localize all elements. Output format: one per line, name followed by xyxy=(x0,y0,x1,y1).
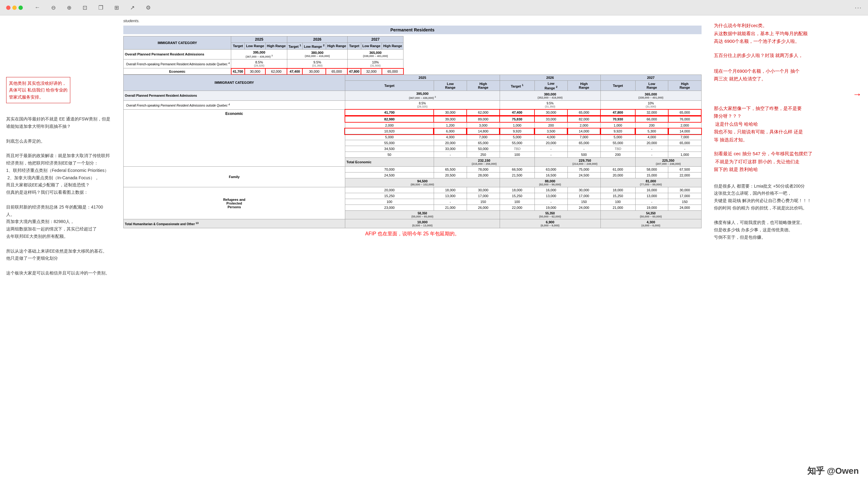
economic-label: Economic xyxy=(124,68,231,74)
bv-2026-h: 150 xyxy=(567,199,600,205)
fit-page-icon[interactable]: ⊡ xyxy=(80,3,90,12)
fp-2026-l: 3,500 xyxy=(534,128,567,134)
fr-2025: 8.5%(29,325) xyxy=(345,101,500,110)
pg-2026-h: 24,500 xyxy=(567,172,600,179)
rg-2025-t: 15,250 xyxy=(345,193,434,199)
fp-2026-t: 9,920 xyxy=(500,128,534,134)
ai-2025-l: 4,000 xyxy=(434,134,467,140)
bv-2027-h: 150 xyxy=(668,199,701,205)
fb-2026-h: 2,000 xyxy=(567,122,600,128)
fb-2025-l: 1,200 xyxy=(434,122,467,128)
te-2027: 225,350(207,000 – 246,000) xyxy=(635,158,701,167)
french-2025: 8.5%(29,325) xyxy=(231,59,287,68)
ps-2027-l: 19,000 xyxy=(635,205,668,211)
reg-2025-l: - xyxy=(434,152,467,158)
pnp-2025-t: 55,000 xyxy=(345,140,434,146)
right-ann-3: 那么大家想像一下，抽空了咋整，是不是要 降分呀？？？ 这是什么信号 哈哈哈 我也… xyxy=(714,104,862,144)
annotation-text-1: 其他类别 其实也没啥好讲的， 具体可以 私信我们 给你专业的 管家式服务安排。 xyxy=(6,77,70,103)
family-spouses-row: Family 70,000 65,500 78,000 66,500 63,00… xyxy=(124,167,702,172)
overall-row: Overall Planned Permanent Resident Admis… xyxy=(124,49,403,59)
h-2025-high: HighRange xyxy=(467,80,500,91)
pg-2026-t: 21,500 xyxy=(500,172,534,179)
fp-2026-h: 14,000 xyxy=(567,128,600,134)
copy-icon[interactable]: ❐ xyxy=(96,3,106,12)
ai-2027-l: 4,000 xyxy=(635,134,668,140)
fp-2027-t: 9,920 xyxy=(600,128,635,134)
year-2027-header: 2027 xyxy=(347,36,403,43)
pg-2025-h: 28,000 xyxy=(467,172,500,179)
bv-2027-t: 100 xyxy=(600,199,635,205)
h-2027-high: HighRange xyxy=(668,80,701,91)
r-ann-text-1: 为什么说今年利好cec类。 从这数据中就能看出，基本上 平均每月的配额 高达 6… xyxy=(714,22,862,45)
fep-2025-h: 62,000 xyxy=(467,109,500,116)
ov-2027: 365,000(338,000 – 401,000) xyxy=(600,91,701,101)
fep-2026-l: 30,000 xyxy=(534,109,567,116)
more-options[interactable]: ··· xyxy=(855,4,862,11)
zoom-out-icon[interactable]: ⊖ xyxy=(49,3,58,12)
fp-2027-l: 5,300 xyxy=(635,128,668,134)
te-2026: 229,750(214,000 – 249,000) xyxy=(534,158,635,167)
pnp-2027-h: 65,000 xyxy=(668,140,701,146)
qc-2027-l: - xyxy=(635,146,668,152)
right-annotation-panel: 为什么说今年利好cec类。 从这数据中就能看出，基本上 平均每月的配额 高达 6… xyxy=(708,15,868,483)
refugees-label: Refugees andProtectedPersons xyxy=(124,187,345,219)
tools-icon[interactable]: ⚙ xyxy=(143,3,153,12)
qc-2026-l: - xyxy=(534,146,567,152)
right-ann-2: 五百分往上的多少人啦？封顶 就两万多人， 现在一个月6900个名额，小小一个月 … xyxy=(714,52,862,83)
sp-2026-h: 75,000 xyxy=(567,167,600,172)
afip-annotation: AFIP 也在里面，说明今年 25 年包延期的。 xyxy=(123,231,702,237)
fep-2027-l: 32,000 xyxy=(635,109,668,116)
economic-section-row: Economic 41,700 30,000 62,000 47,400 30,… xyxy=(124,68,403,74)
close-button[interactable] xyxy=(6,5,10,10)
h-2026-low: LowRange 2 xyxy=(534,80,567,91)
qc-2026-h: - xyxy=(567,146,600,152)
fp-2025-h: 14,800 xyxy=(467,128,500,134)
maximize-button[interactable] xyxy=(19,5,23,10)
fb-2027-h: 2,000 xyxy=(668,122,701,128)
pg-2026-l: 16,500 xyxy=(534,172,567,179)
right-ann-5: 但是很多人 都需要：Lmia批文 +50分或者200分 这张批文怎么讲呢，国内外… xyxy=(714,183,862,241)
hum-2025: 10,000(8,500 – 13,000) xyxy=(345,219,500,228)
pnp-2027-t: 55,000 xyxy=(600,140,635,146)
rg-2027-t: 15,250 xyxy=(600,193,635,199)
economic-header-row: Economic 41,700 30,000 62,000 47,400 30,… xyxy=(124,109,702,116)
table-title: Permanent Residents xyxy=(123,26,702,34)
icf-2026-t: 75,830 xyxy=(500,116,534,122)
r-ann-text-3: 那么大家想像一下，抽空了咋整，是不是要 降分呀？？？ 这是什么信号 哈哈哈 我也… xyxy=(714,104,862,144)
bv-2025-h: 150 xyxy=(467,199,500,205)
main-content: 其他类别 其实也没啥好讲的， 具体可以 私信我们 给你专业的 管家式服务安排。 … xyxy=(0,0,868,483)
sp-2026-t: 66,500 xyxy=(500,167,534,172)
protected-persons-row: Refugees andProtectedPersons 20,000 18,0… xyxy=(124,187,702,193)
fp-2025-t: 10,920 xyxy=(345,128,434,134)
tr-2027: 54,350(50,000 – 60,000) xyxy=(600,211,701,219)
fed-econ-2025-target: 41,700 xyxy=(231,68,245,74)
bv-2026-t: 100 xyxy=(500,199,534,205)
pnp-2026-t: 55,000 xyxy=(500,140,534,146)
2026-high-header: High Range xyxy=(326,43,347,50)
pg-2027-h: 22,000 xyxy=(668,172,701,179)
share-icon[interactable]: ↗ xyxy=(128,3,137,12)
french-speaking-row: Overall French-speaking Permanent Reside… xyxy=(124,101,702,110)
french-label: Overall French-speaking Permanent Reside… xyxy=(124,59,231,68)
pp-2026-l: 16,000 xyxy=(534,187,567,193)
grid-icon[interactable]: ⊞ xyxy=(112,3,121,12)
icf-2027-l: 66,000 xyxy=(635,116,668,122)
ps-2025-t: 23,000 xyxy=(345,205,434,211)
back-icon[interactable]: ← xyxy=(32,3,42,12)
te-2025: 232,150(215,000 – 256,000) xyxy=(434,158,534,167)
fp-2025-l: 6,000 xyxy=(434,128,467,134)
reg-2027-t: 200 xyxy=(600,152,635,158)
yr2025: 2025 xyxy=(345,74,500,80)
fep-2027-h: 65,000 xyxy=(668,109,701,116)
toolbar: ← ⊖ ⊕ ⊡ ❐ ⊞ ↗ ⚙ ··· xyxy=(0,0,868,15)
rg-2027-l: 13,000 xyxy=(635,193,668,199)
fed-econ-2026-low: 30,000 xyxy=(302,68,326,74)
yr2027: 2027 xyxy=(600,74,701,80)
fr-2026: 9.5%(31,350) xyxy=(500,101,600,110)
zoom-in-icon[interactable]: ⊕ xyxy=(64,3,74,12)
h-2026-target: Target 1 xyxy=(500,80,534,91)
minimize-button[interactable] xyxy=(12,5,17,10)
2026-low-header: Low Range 2 xyxy=(302,43,326,50)
overall-2025: 395,000(367,000 – 436,000) 3 xyxy=(231,49,287,59)
tf-2026: 88,000(82,000 – 96,000) xyxy=(500,179,600,187)
